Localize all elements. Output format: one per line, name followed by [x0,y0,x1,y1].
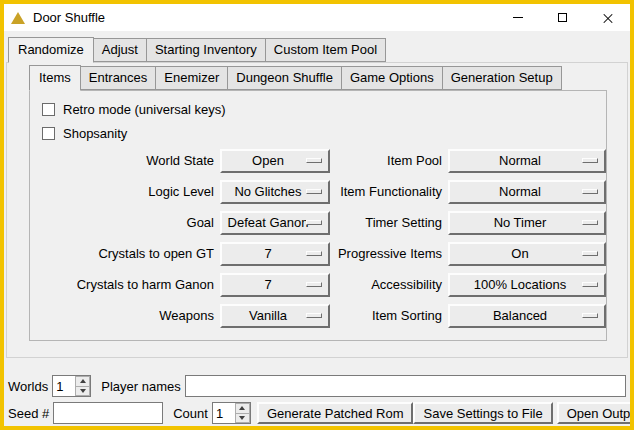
crystals-gt-dropdown[interactable]: 7 [220,242,330,266]
seed-label: Seed # [8,406,49,421]
titlebar: Door Shuffle [4,4,630,31]
spin-up-icon [80,379,86,383]
weapons-label: Weapons [30,308,214,323]
timer-setting-label: Timer Setting [330,215,442,230]
logic-level-dropdown[interactable]: No Glitches [220,180,330,204]
dropdown-indicator-icon [306,313,322,318]
worlds-label: Worlds [8,379,48,394]
item-pool-label: Item Pool [330,153,442,168]
dropdown-indicator-icon [306,251,322,256]
count-spin-down-button[interactable] [235,414,250,424]
tab-generation-setup[interactable]: Generation Setup [442,66,562,90]
tab-items[interactable]: Items [29,65,81,91]
logic-level-label: Logic Level [30,184,214,199]
weapons-dropdown[interactable]: Vanilla [220,304,330,328]
checkbox-box[interactable] [42,127,55,140]
dropdown-indicator-icon [582,251,598,256]
open-output-directory-button[interactable]: Open Output Directory [557,402,634,424]
bottom-controls: Worlds Player names Seed # Count [8,375,626,424]
close-icon [602,12,614,24]
worlds-input[interactable] [53,376,75,396]
maximize-icon [558,13,567,22]
tab-adjust[interactable]: Adjust [93,38,147,62]
item-pool-dropdown[interactable]: Normal [448,149,606,173]
count-spinbox[interactable] [212,402,251,424]
dropdown-indicator-icon [582,313,598,318]
crystals-ganon-dropdown[interactable]: 7 [220,273,330,297]
checkbox-box[interactable] [42,103,55,116]
option-row: Crystals to open GT 7 Progressive Items … [30,238,606,269]
item-functionality-dropdown[interactable]: Normal [448,180,606,204]
save-settings-button[interactable]: Save Settings to File [413,402,552,424]
player-names-input[interactable] [185,375,626,397]
accessibility-label: Accessibility [330,277,442,292]
checkbox-label: Retro mode (universal keys) [63,102,226,117]
count-spin-buttons [235,403,250,423]
worlds-spin-up-button[interactable] [75,376,90,387]
close-button[interactable] [585,4,630,31]
dropdown-indicator-icon [306,282,322,287]
goal-dropdown[interactable]: Defeat Ganon [220,211,330,235]
progressive-items-label: Progressive Items [330,246,442,261]
app-icon [10,10,26,26]
tab-custom-item-pool[interactable]: Custom Item Pool [265,38,386,62]
tab-entrances[interactable]: Entrances [80,66,157,90]
dropdown-indicator-icon [306,189,322,194]
item-sorting-dropdown[interactable]: Balanced [448,304,606,328]
checkbox-retro-mode[interactable]: Retro mode (universal keys) [30,97,606,121]
tab-game-options[interactable]: Game Options [341,66,443,90]
tab-randomize[interactable]: Randomize [8,37,94,63]
worlds-row: Worlds Player names [8,375,626,397]
client-area: Randomize Adjust Starting Inventory Cust… [4,36,630,430]
randomize-panel: Items Entrances Enemizer Dungeon Shuffle… [6,62,628,358]
main-tab-bar: Randomize Adjust Starting Inventory Cust… [8,36,630,62]
dropdown-value: Balanced [493,308,561,323]
dropdown-value: Vanilla [249,308,301,323]
dropdown-indicator-icon [582,189,598,194]
worlds-spin-buttons [75,376,90,396]
minimize-icon [513,17,523,18]
worlds-spinbox[interactable] [52,375,91,397]
world-state-label: World State [30,153,214,168]
minimize-button[interactable] [495,4,540,31]
world-state-dropdown[interactable]: Open [220,149,330,173]
timer-setting-dropdown[interactable]: No Timer [448,211,606,235]
count-label: Count [173,406,208,421]
count-input[interactable] [213,403,235,423]
window-controls [495,4,630,31]
spin-up-icon [239,406,245,410]
sub-tab-bar: Items Entrances Enemizer Dungeon Shuffle… [29,64,627,90]
maximize-button[interactable] [540,4,585,31]
option-row: Logic Level No Glitches Item Functionali… [30,176,606,207]
goal-label: Goal [30,215,214,230]
dropdown-value: Open [252,153,298,168]
player-names-label: Player names [101,379,180,394]
seed-row: Seed # Count Generate Patched Rom Save S… [8,402,626,424]
accessibility-dropdown[interactable]: 100% Locations [448,273,606,297]
option-row: Crystals to harm Ganon 7 Accessibility 1… [30,269,606,300]
tab-enemizer[interactable]: Enemizer [155,66,228,90]
options-grid: World State Open Item Pool Normal Logic … [30,145,606,331]
dropdown-value: 7 [264,246,285,261]
app-window: Door Shuffle Randomize Adjust Starting I… [0,0,634,430]
checkbox-shopsanity[interactable]: Shopsanity [30,121,606,145]
triforce-icon [11,12,25,24]
worlds-spin-down-button[interactable] [75,387,90,397]
dropdown-indicator-icon [306,220,322,225]
count-spin-up-button[interactable] [235,403,250,414]
option-row: Goal Defeat Ganon Timer Setting No Timer [30,207,606,238]
spin-down-icon [239,416,245,420]
tab-dungeon-shuffle[interactable]: Dungeon Shuffle [227,66,342,90]
dropdown-value: No Timer [494,215,561,230]
crystals-gt-label: Crystals to open GT [30,246,214,261]
tab-starting-inventory[interactable]: Starting Inventory [146,38,266,62]
dropdown-indicator-icon [582,220,598,225]
option-row: Weapons Vanilla Item Sorting Balanced [30,300,606,331]
dropdown-value: Normal [499,153,555,168]
dropdown-indicator-icon [582,282,598,287]
progressive-items-dropdown[interactable]: On [448,242,606,266]
item-functionality-label: Item Functionality [330,184,442,199]
seed-input[interactable] [53,402,163,424]
items-panel: Retro mode (universal keys) Shopsanity W… [29,90,607,341]
generate-patched-rom-button[interactable]: Generate Patched Rom [257,402,414,424]
